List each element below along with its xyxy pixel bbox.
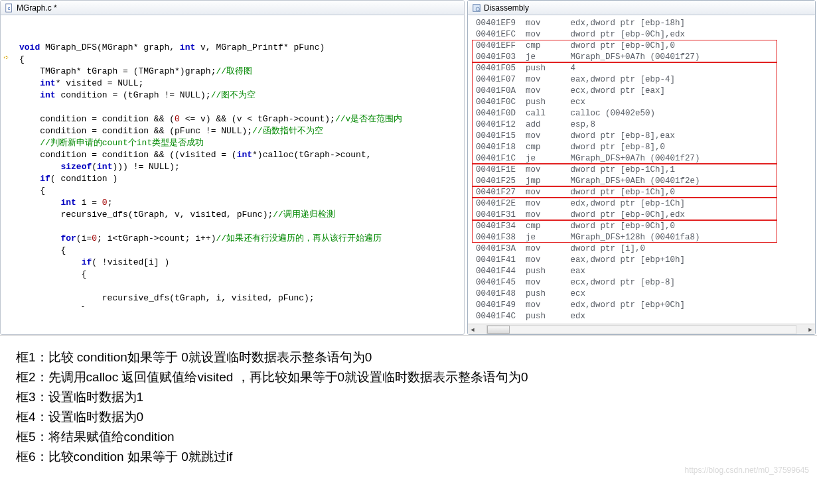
disasm-line: 00401F45 mov ecx,dword ptr [ebp-8] xyxy=(476,277,810,288)
note-line: 框5：将结果赋值给condition xyxy=(16,427,801,447)
disasm-line: 00401EFF cmp dword ptr [ebp-0Ch],0 xyxy=(476,40,810,52)
disasm-line: 00401F27 mov dword ptr [ebp-1Ch],0 xyxy=(476,187,810,198)
c-file-icon: c xyxy=(5,3,14,13)
code-line: recursive_dfs(tGraph, i, visited, pFunc)… xyxy=(19,293,315,303)
disasm-line: 00401F34 cmp dword ptr [ebp-0Ch],0 xyxy=(476,221,810,232)
disasm-line: 00401F1C je MGraph_DFS+0A7h (00401f27) xyxy=(476,153,810,164)
breakpoint-icon[interactable]: ➪ xyxy=(3,52,13,62)
scroll-track[interactable] xyxy=(486,325,796,334)
comment: //v是否在范围内 xyxy=(335,114,402,124)
code-line: } xyxy=(19,305,86,307)
comment: //取得图 xyxy=(216,66,252,76)
code-tab-title: MGraph.c * xyxy=(17,3,57,13)
note-line: 框4：设置临时数据为0 xyxy=(16,407,801,427)
disasm-line: 00401F3A mov dword ptr [i],0 xyxy=(476,243,810,255)
disassembly-tab[interactable]: Disassembly xyxy=(468,1,815,15)
disassembly-icon xyxy=(472,3,481,13)
disassembly-tab-title: Disassembly xyxy=(484,3,529,13)
disasm-line: 00401F0A mov ecx,dword ptr [eax] xyxy=(476,86,810,97)
disasm-line: 00401F31 mov dword ptr [ebp-0Ch],edx xyxy=(476,210,810,221)
svg-text:c: c xyxy=(7,5,10,11)
code-editor[interactable]: ➪ void MGraph_DFS(MGraph* graph, int v, … xyxy=(1,15,464,307)
comment: //判断新申请的count个int类型是否成功 xyxy=(19,138,204,148)
scroll-right-icon[interactable]: ► xyxy=(806,325,815,334)
disasm-line: 00401F15 mov dword ptr [ebp-8],eax xyxy=(476,131,810,142)
comment: //如果还有行没遍历的，再从该行开始遍历 xyxy=(216,233,382,243)
disasm-line: 00401F07 mov eax,dword ptr [ebp-4] xyxy=(476,74,810,86)
disasm-line: 00401F0D call calloc (00402e50) xyxy=(476,108,810,119)
code-tab[interactable]: c MGraph.c * xyxy=(1,1,464,15)
disasm-line: 00401F1E mov dword ptr [ebp-1Ch],1 xyxy=(476,164,810,176)
code-line: { xyxy=(19,54,25,64)
disasm-line: 00401F25 jmp MGraph_DFS+0AEh (00401f2e) xyxy=(476,176,810,187)
disasm-line: 00401F41 mov eax,dword ptr [ebp+10h] xyxy=(476,255,810,266)
note-line: 框6：比较condition 如果等于 0就跳过if xyxy=(16,447,801,467)
note-line: 框1：比较 condition如果等于 0就设置临时数据表示整条语句为0 xyxy=(16,347,801,367)
disasm-line: 00401F12 add esp,8 xyxy=(476,119,810,131)
disassembly-listing[interactable]: 00401EF9 mov edx,dword ptr [ebp-18h]0040… xyxy=(468,15,815,324)
scroll-left-icon[interactable]: ◄ xyxy=(468,325,477,334)
disasm-line: 00401F05 push 4 xyxy=(476,63,810,74)
code-line: { xyxy=(19,269,86,279)
note-line: 框3：设置临时数据为1 xyxy=(16,387,801,407)
disasm-line: 00401EFC mov dword ptr [ebp-0Ch],edx xyxy=(476,29,810,40)
disasm-line: 00401F4C push edx xyxy=(476,311,810,322)
disasm-line: 00401EF9 mov edx,dword ptr [ebp-18h] xyxy=(476,18,810,29)
note-line: 框2：先调用calloc 返回值赋值给visited ，再比较如果等于0就设置临… xyxy=(16,367,801,387)
disasm-line: 00401F0C push ecx xyxy=(476,97,810,108)
disasm-line: 00401F03 je MGraph_DFS+0A7h (00401f27) xyxy=(476,52,810,63)
horizontal-scrollbar[interactable]: ◄ ► xyxy=(468,324,815,334)
comment: //函数指针不为空 xyxy=(252,126,323,136)
disasm-line: 00401F2E mov edx,dword ptr [ebp-1Ch] xyxy=(476,198,810,210)
disasm-line: 00401F44 push eax xyxy=(476,266,810,277)
disasm-line: 00401F18 cmp dword ptr [ebp-8],0 xyxy=(476,142,810,153)
disasm-line: 00401F48 push ecx xyxy=(476,288,810,300)
annotation-notes: 框1：比较 condition如果等于 0就设置临时数据表示整条语句为0框2：先… xyxy=(0,336,817,479)
disasm-line: 00401F49 mov edx,dword ptr [ebp+0Ch] xyxy=(476,300,810,311)
code-line: { xyxy=(19,186,45,196)
disasm-line: 00401F38 je MGraph_DFS+128h (00401fa8) xyxy=(476,232,810,243)
code-line: { xyxy=(19,245,66,255)
scroll-thumb[interactable] xyxy=(487,326,510,334)
comment: //调用递归检测 xyxy=(273,210,335,220)
disassembly-panel: Disassembly 00401EF9 mov edx,dword ptr [… xyxy=(467,0,816,335)
comment: //图不为空 xyxy=(211,90,256,100)
code-panel: c MGraph.c * ➪ void MGraph_DFS(MGraph* g… xyxy=(0,0,465,335)
